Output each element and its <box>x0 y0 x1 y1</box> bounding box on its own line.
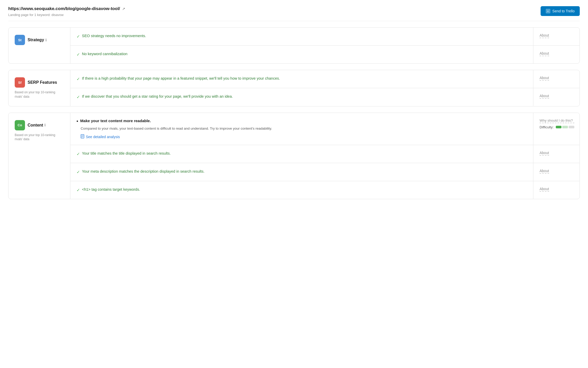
check-text: ✓Your title matches the title displayed … <box>77 151 527 157</box>
check-label: If we discover that you should get a sta… <box>82 94 233 99</box>
section-title-strategy: Strategyℹ <box>28 38 47 42</box>
about-link[interactable]: About <box>540 51 549 56</box>
about-column: About <box>533 181 579 199</box>
check-label: SEO strategy needs no improvements. <box>82 33 146 39</box>
table-row: •Make your text content more readable.Co… <box>70 113 579 145</box>
page-url: https://www.seoquake.com/blog/google-dis… <box>8 6 120 11</box>
check-text: ✓Your meta description matches the descr… <box>77 169 527 175</box>
section-left-strategy: StStrategyℹ <box>9 28 70 63</box>
row-content: ✓SEO strategy needs no improvements. <box>70 28 533 45</box>
row-content: ✓If we discover that you should get a st… <box>70 88 533 106</box>
why-should-i-do-this-link[interactable]: Why should I do this? <box>540 119 574 123</box>
section-badge-row: CoContentℹ <box>15 120 64 130</box>
bullet-title: •Make your text content more readable. <box>77 119 527 124</box>
about-column: About <box>533 145 579 163</box>
difficulty-label: Difficulty: <box>540 125 554 129</box>
checkmark-icon: ✓ <box>77 169 80 175</box>
badge-serp-features: Sf <box>15 77 25 88</box>
about-link[interactable]: About <box>540 94 549 99</box>
section-left-content: CoContentℹBased on your top 10-ranking r… <box>9 113 70 199</box>
section-badge-row: StStrategyℹ <box>15 35 64 45</box>
row-content: ✓Your meta description matches the descr… <box>70 163 533 181</box>
bullet-title-text: Make your text content more readable. <box>80 119 151 123</box>
check-label: No keyword cannibalization <box>82 51 128 57</box>
badge-strategy: St <box>15 35 25 45</box>
difficulty-bar <box>556 126 574 128</box>
difficulty-column: Why should I do this?Difficulty: <box>540 119 574 129</box>
checkmark-icon: ✓ <box>77 52 80 58</box>
section-left-serp-features: SfSERP FeaturesBased on your top 10-rank… <box>9 70 70 106</box>
about-link[interactable]: About <box>540 151 549 156</box>
table-row: ✓SEO strategy needs no improvements.Abou… <box>70 28 579 46</box>
bullet-description: Compared to your rivals, your text-based… <box>77 126 527 131</box>
table-row: ✓If there is a high probability that you… <box>70 70 579 88</box>
table-row: ✓Your title matches the title displayed … <box>70 145 579 163</box>
check-text: ✓No keyword cannibalization <box>77 51 527 58</box>
send-trello-button[interactable]: ▪ Send to Trello <box>541 6 580 16</box>
badge-content: Co <box>15 120 25 130</box>
page-header: https://www.seoquake.com/blog/google-dis… <box>8 6 580 21</box>
section-strategy: StStrategyℹ✓SEO strategy needs no improv… <box>8 27 580 64</box>
info-icon[interactable]: ℹ <box>45 38 47 42</box>
bullet-row: •Make your text content more readable.Co… <box>77 119 527 139</box>
difficulty-segment-2 <box>569 126 574 128</box>
row-content: ✓If there is a high probability that you… <box>70 70 533 88</box>
see-detailed-analysis-link[interactable]: See detailed analysis <box>77 134 527 139</box>
info-icon[interactable]: ℹ <box>44 123 46 127</box>
section-right-strategy: ✓SEO strategy needs no improvements.Abou… <box>70 28 579 63</box>
section-badge-row: SfSERP Features <box>15 77 64 88</box>
send-trello-label: Send to Trello <box>552 9 575 13</box>
section-layout-content: CoContentℹBased on your top 10-ranking r… <box>9 113 579 199</box>
row-content: •Make your text content more readable.Co… <box>70 113 533 145</box>
detailed-analysis-label: See detailed analysis <box>86 135 120 139</box>
table-row: ✓Your meta description matches the descr… <box>70 163 579 181</box>
about-column: About <box>533 70 579 88</box>
table-row: ✓<h1> tag contains target keywords.About <box>70 181 579 199</box>
section-title-content: Contentℹ <box>28 123 46 128</box>
checkmark-icon: ✓ <box>77 94 80 100</box>
table-row: ✓If we discover that you should get a st… <box>70 88 579 106</box>
about-link[interactable]: About <box>540 169 549 174</box>
document-icon <box>81 134 84 139</box>
row-content: ✓<h1> tag contains target keywords. <box>70 181 533 199</box>
row-content: ✓No keyword cannibalization <box>70 46 533 63</box>
about-column: About <box>533 46 579 63</box>
difficulty-segment-0 <box>556 126 561 128</box>
url-row: https://www.seoquake.com/blog/google-dis… <box>8 6 125 11</box>
section-layout-serp-features: SfSERP FeaturesBased on your top 10-rank… <box>9 70 579 106</box>
trello-icon: ▪ <box>546 9 550 13</box>
section-serp-features: SfSERP FeaturesBased on your top 10-rank… <box>8 70 580 106</box>
section-right-serp-features: ✓If there is a high probability that you… <box>70 70 579 106</box>
section-content: CoContentℹBased on your top 10-ranking r… <box>8 113 580 199</box>
section-title-serp-features: SERP Features <box>28 80 57 85</box>
check-label: <h1> tag contains target keywords. <box>82 187 140 193</box>
checkmark-icon: ✓ <box>77 187 80 193</box>
bullet-dot: • <box>77 119 78 124</box>
about-column: About <box>533 163 579 181</box>
about-link[interactable]: About <box>540 33 549 38</box>
difficulty-row: Difficulty: <box>540 125 574 129</box>
checkmark-icon: ✓ <box>77 34 80 40</box>
about-column: About <box>533 28 579 45</box>
section-right-content: •Make your text content more readable.Co… <box>70 113 579 199</box>
check-text: ✓If there is a high probability that you… <box>77 76 527 82</box>
difficulty-segment-1 <box>562 126 568 128</box>
section-subtitle-serp-features: Based on your top 10-ranking rivals' dat… <box>15 90 64 99</box>
header-left: https://www.seoquake.com/blog/google-dis… <box>8 6 125 17</box>
table-row: ✓No keyword cannibalizationAbout <box>70 46 579 63</box>
checkmark-icon: ✓ <box>77 151 80 157</box>
check-label: If there is a high probability that your… <box>82 76 280 81</box>
check-label: Your meta description matches the descri… <box>82 169 205 174</box>
page-subtitle: Landing page for 1 keyword: disavow <box>8 13 125 17</box>
section-subtitle-content: Based on your top 10-ranking rivals' dat… <box>15 133 64 142</box>
checkmark-icon: ✓ <box>77 76 80 82</box>
about-column: Why should I do this?Difficulty: <box>533 113 579 145</box>
external-link-icon[interactable]: ↗ <box>122 7 125 11</box>
section-layout-strategy: StStrategyℹ✓SEO strategy needs no improv… <box>9 28 579 63</box>
check-text: ✓SEO strategy needs no improvements. <box>77 33 527 40</box>
about-link[interactable]: About <box>540 76 549 81</box>
sections-container: StStrategyℹ✓SEO strategy needs no improv… <box>8 27 580 199</box>
check-label: Your title matches the title displayed i… <box>82 151 171 156</box>
page-wrapper: https://www.seoquake.com/blog/google-dis… <box>0 0 588 368</box>
about-link[interactable]: About <box>540 187 549 192</box>
